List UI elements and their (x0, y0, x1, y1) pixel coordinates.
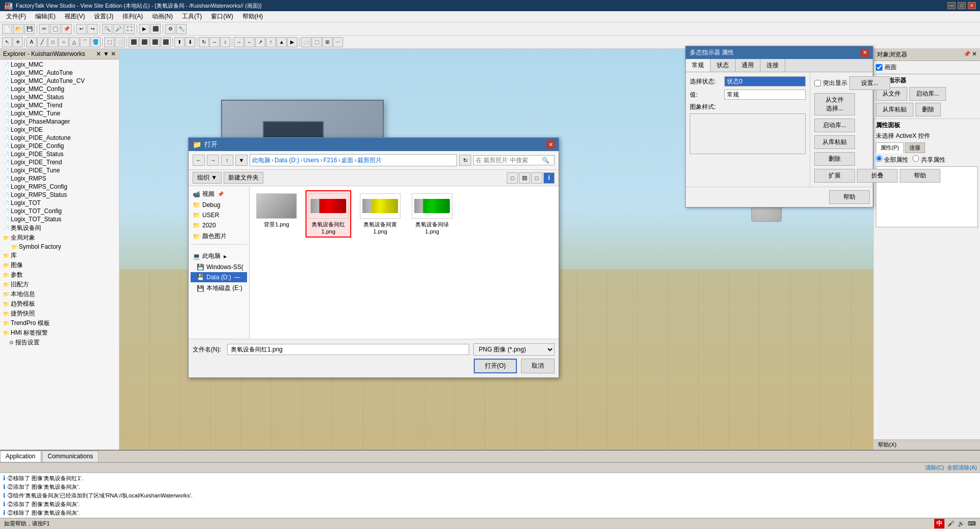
tb-extra-c[interactable]: ⊞ (322, 37, 332, 47)
paste-library-dialog-btn[interactable]: 从库粘贴 (814, 135, 855, 149)
settings-btn[interactable]: 设置... (849, 76, 890, 90)
od-sidebar-locale[interactable]: 💾 本地磁盘 (E:) (191, 282, 247, 294)
tb-pointer[interactable]: ✛ (13, 37, 23, 47)
tb-arrow4[interactable]: ↑ (266, 37, 276, 47)
tb-arrow6[interactable]: ▶ (287, 37, 297, 47)
view-list[interactable]: ▤ (519, 172, 530, 184)
tree-item[interactable]: 📄Logix_TOT_Config (1, 207, 118, 215)
tree-item[interactable]: 📄Logix_RMPS_Status (1, 191, 118, 199)
tb-ellipse[interactable]: ○ (58, 37, 69, 47)
tree-snapshot[interactable]: 📁捷势快照 (1, 309, 118, 318)
tree-item[interactable]: 📄奥氧设备间 (1, 223, 118, 233)
path-seg-clipfolder[interactable]: 裁剪照片 (357, 156, 382, 165)
nav-refresh[interactable]: ↻ (459, 155, 471, 166)
path-seg-users[interactable]: Users (303, 157, 319, 164)
menu-animate[interactable]: 动画(N) (148, 11, 177, 22)
tb-flip-h[interactable]: ↔ (209, 37, 220, 47)
tb-redo[interactable]: ↪ (87, 24, 98, 34)
tab-application[interactable]: Application (0, 451, 41, 462)
tree-library[interactable]: 📁库 (1, 251, 118, 260)
tb-extra-b[interactable]: ⬚ (312, 37, 322, 47)
tree-item[interactable]: 📄Logix_MMC_Trend (1, 101, 118, 109)
dialog-tab-normal[interactable]: 常规 (686, 59, 711, 72)
tb-open[interactable]: 📂 (13, 24, 23, 34)
tb-align-left[interactable]: ⬛ (129, 37, 139, 47)
tb-text[interactable]: A (26, 37, 37, 47)
tb-stop[interactable]: ⬛ (150, 24, 161, 34)
tb-extra2[interactable]: 🔧 (176, 24, 187, 34)
tb-order-front[interactable]: ⬆ (174, 37, 185, 47)
tb-cut[interactable]: ✂ (39, 24, 49, 34)
tb-extra-a[interactable]: ⬜ (301, 37, 311, 47)
tree-item[interactable]: 📄Logix_PIDE_Config (1, 142, 118, 150)
tb-extra-d[interactable]: ⋯ (333, 37, 343, 47)
dialog-tab-general[interactable]: 通用 (736, 59, 760, 72)
nav-up[interactable]: ↑ (221, 155, 233, 166)
tree-global-objects[interactable]: 📁全局对象 (1, 233, 118, 243)
tree-item[interactable]: 📄Logix_PhaseManager (1, 117, 118, 126)
od-filename-input[interactable] (227, 344, 469, 355)
tree-recipe[interactable]: 📁旧配方 (1, 280, 118, 289)
tb-select[interactable]: ↖ (2, 37, 12, 47)
tb-paste[interactable]: 📌 (62, 24, 72, 34)
menu-edit[interactable]: 编辑(E) (31, 11, 59, 22)
tree-item[interactable]: 📄Logix_PIDE_Trend (1, 158, 118, 166)
od-file-yellow[interactable]: 奥氧设备间黄1.png (357, 190, 403, 238)
menu-settings[interactable]: 设置(J) (90, 11, 117, 22)
path-seg-datad[interactable]: Data (D:) (274, 157, 299, 164)
tree-image[interactable]: 📁图像 (1, 260, 118, 270)
od-sidebar-mypc[interactable]: 💻 此电脑 ▸ (191, 250, 247, 262)
nav-forward[interactable]: → (207, 155, 219, 166)
tb-arrow5[interactable]: ▲ (277, 37, 287, 47)
canvas-checkbox[interactable] (876, 64, 882, 71)
od-sidebar-datad[interactable]: 💾 Data (D:) — (191, 272, 247, 282)
tb-line[interactable]: ╱ (37, 37, 47, 47)
view-details[interactable]: □ (531, 172, 542, 184)
tb-extra1[interactable]: ⚙ (165, 24, 175, 34)
expand-btn[interactable]: 扩展 (814, 169, 855, 183)
tb-ungroup[interactable]: ⬜ (115, 37, 125, 47)
tree-symbol-factory[interactable]: 📁Symbol Factory (1, 243, 118, 251)
view-info[interactable]: ℹ (543, 172, 555, 184)
search-bar[interactable]: 🔍 (473, 155, 555, 165)
tb-arc[interactable]: ⌒ (80, 37, 90, 47)
tb-align-bottom[interactable]: ⬛ (161, 37, 171, 47)
tree-item[interactable]: 📄Logix_PIDE_Status (1, 150, 118, 158)
tree-param[interactable]: 📁参数 (1, 270, 118, 280)
tb-align-right[interactable]: ⬛ (139, 37, 149, 47)
od-sidebar-colorpics[interactable]: 📁 颜色图片 (191, 230, 247, 242)
value-input[interactable] (724, 90, 806, 100)
dialog-tab-connect[interactable]: 连接 (760, 59, 785, 72)
dialog-tab-state[interactable]: 状态 (711, 59, 736, 72)
tree-item[interactable]: 📄Logix_TOT (1, 199, 118, 207)
minimize-btn[interactable]: — (947, 2, 956, 9)
nav-recent[interactable]: ▼ (235, 155, 248, 166)
tree-item[interactable]: 📄Logix_MMC (1, 61, 118, 69)
tree-item[interactable]: 📄Logix_MMC_AutoTune_CV (1, 77, 118, 85)
od-file-red[interactable]: 奥氧设备间红1.png (305, 190, 351, 238)
od-file-green[interactable]: 奥氧设备间绿1.png (409, 190, 455, 238)
path-seg-f216[interactable]: F216 (323, 157, 337, 164)
od-open-btn[interactable]: 打开(O) (474, 359, 517, 373)
menu-help[interactable]: 帮助(H) (238, 11, 267, 22)
od-sidebar-windows[interactable]: 💾 Windows-SS( (191, 262, 247, 272)
tb-group[interactable]: ⬚ (104, 37, 114, 47)
maximize-btn[interactable]: □ (958, 2, 966, 9)
tree-item[interactable]: 📄Logix_TOT_Status (1, 215, 118, 223)
canvas-checkbox-label[interactable]: 画面 (876, 63, 978, 72)
tb-poly[interactable]: △ (69, 37, 79, 47)
path-seg-computer[interactable]: 此电脑 (252, 156, 270, 165)
tb-flip-v[interactable]: ↕ (220, 37, 230, 47)
tree-item[interactable]: 📄Logix_MMC_Config (1, 85, 118, 93)
od-sidebar-debug[interactable]: 📁 Debug (191, 200, 247, 210)
od-cancel-btn[interactable]: 取消 (521, 359, 555, 373)
tree-item[interactable]: 📄Logix_RMPS_Config (1, 183, 118, 191)
highlight-checkbox[interactable] (814, 80, 821, 86)
path-seg-desktop[interactable]: 桌面 (341, 156, 353, 165)
multistate-dialog-close[interactable]: ✕ (861, 49, 869, 57)
new-folder-btn[interactable]: 新建文件夹 (224, 172, 263, 184)
od-filetype-select[interactable]: PNG 图像 (*.png) (473, 343, 555, 356)
tb-fill[interactable]: 🪣 (90, 37, 101, 47)
tree-item[interactable]: 📄Logix_PIDE_Autotune (1, 134, 118, 142)
log-clear-btn[interactable]: 清除(C) (925, 464, 944, 472)
